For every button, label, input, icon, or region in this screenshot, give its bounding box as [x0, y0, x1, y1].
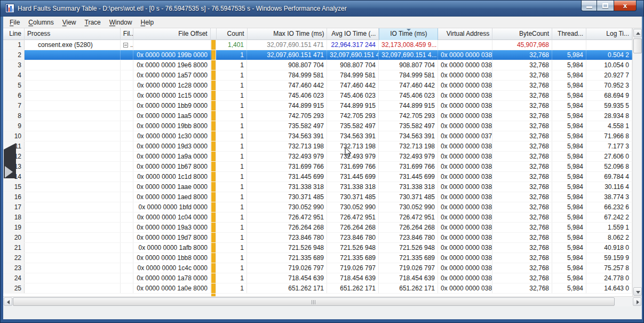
cell-bytes[interactable]: 32,768: [492, 273, 552, 283]
cell-thread[interactable]: 5,984: [552, 131, 586, 141]
cell-log[interactable]: 10.054 0: [586, 60, 632, 70]
cell-max[interactable]: 730.052 990: [247, 202, 327, 212]
cell-io[interactable]: 718.454 639: [379, 273, 438, 283]
cell-va[interactable]: 0x 0000 0000 0389 0000: [438, 263, 492, 273]
cell-bar[interactable]: [211, 202, 216, 212]
cell-offset[interactable]: 0x 0000 0000 1c28 0000: [133, 81, 211, 90]
cell-fil[interactable]: [121, 50, 133, 60]
cell-log[interactable]: 59.159 9: [586, 253, 632, 263]
cell-max[interactable]: 731.699 766: [247, 162, 327, 171]
cell-count[interactable]: 1: [216, 121, 247, 131]
cell-fil[interactable]: [121, 283, 133, 293]
cell-offset[interactable]: 0x 0000 0000 1c4c 0000: [133, 263, 211, 273]
cell-io[interactable]: 747.460 442: [379, 81, 438, 90]
cell-thread[interactable]: 5,984: [552, 192, 586, 202]
table-row[interactable]: 40x 0000 0000 1a57 00001784.999 581784.9…: [3, 70, 632, 81]
cell-log[interactable]: 30.116 4: [586, 182, 632, 192]
cell-va[interactable]: 0x 0000 0000 037d 0000: [438, 131, 492, 141]
cell-process[interactable]: [25, 141, 121, 151]
cell-line[interactable]: 16: [3, 192, 25, 202]
table-row[interactable]: 20x 0000 0000 199b 0000132,097,690.151 4…: [3, 50, 632, 60]
cell-log[interactable]: 69.784 4: [586, 172, 632, 182]
cell-bytes[interactable]: 32,768: [492, 283, 552, 293]
cell-va[interactable]: 0x 0000 0000 0386 0000: [438, 101, 492, 111]
cell-log[interactable]: 20.927 7: [586, 70, 632, 80]
cell-log[interactable]: 4.558 1: [586, 121, 632, 131]
table-row[interactable]: 100x 0000 0000 1c30 00001734.563 391734.…: [3, 131, 632, 141]
cell-max[interactable]: 745.406 023: [247, 91, 327, 100]
cell-thread[interactable]: 5,984: [552, 141, 586, 151]
cell-log[interactable]: 7.177 3: [586, 141, 632, 151]
cell-count[interactable]: 1: [216, 273, 247, 283]
cell-io[interactable]: 730.371 485: [379, 192, 438, 202]
table-row[interactable]: 70x 0000 0000 1bb9 00001744.899 915744.8…: [3, 101, 632, 111]
cell-thread[interactable]: 5,984: [552, 263, 586, 273]
cell-bar[interactable]: [211, 152, 216, 161]
cell-line[interactable]: 19: [3, 223, 25, 232]
cell-max[interactable]: 721.526 948: [247, 243, 327, 253]
cell-count[interactable]: 1: [216, 70, 247, 80]
cell-bytes[interactable]: 32,768: [492, 202, 552, 212]
cell-io[interactable]: 742.705 293: [379, 111, 438, 121]
cell-bytes[interactable]: 32,768: [492, 162, 552, 171]
cell-max[interactable]: 735.582 497: [247, 121, 327, 131]
column-header-bytes[interactable]: ByteCount: [492, 28, 552, 40]
cell-max[interactable]: 731.338 318: [247, 182, 327, 192]
cell-io[interactable]: 726.472 951: [379, 212, 438, 222]
cell-io[interactable]: 730.052 990: [379, 202, 438, 212]
cell-process[interactable]: [25, 263, 121, 273]
cell-count[interactable]: 1: [216, 162, 247, 171]
cell-log[interactable]: 38.774 3: [586, 192, 632, 202]
column-header-max[interactable]: Max IO Time (ms): [248, 28, 328, 40]
cell-count[interactable]: 1: [216, 253, 247, 263]
cell-max[interactable]: 747.460 442: [247, 81, 327, 90]
cell-bytes[interactable]: 32,768: [492, 172, 552, 182]
column-header-offset[interactable]: File Offset: [133, 28, 211, 40]
cell-log[interactable]: 66.232 6: [586, 202, 632, 212]
menu-trace[interactable]: Trace: [81, 17, 105, 28]
cell-count[interactable]: 1: [216, 101, 247, 111]
cell-process[interactable]: [25, 131, 121, 141]
cell-max[interactable]: 744.899 915: [247, 101, 327, 111]
column-header-thread[interactable]: Thread...: [552, 28, 586, 40]
cell-process[interactable]: [25, 152, 121, 161]
menu-view[interactable]: View: [58, 17, 81, 28]
cell-line[interactable]: 23: [3, 263, 25, 273]
cell-offset[interactable]: 0x 0000 0000 19d7 8000: [133, 233, 211, 242]
cell-thread[interactable]: 5,984: [552, 233, 586, 242]
table-row[interactable]: 130x 0000 0000 1b67 80001731.699 766731.…: [3, 162, 632, 172]
cell-avg[interactable]: 719.026 797: [327, 263, 379, 273]
cell-offset[interactable]: 0x 0000 0000 19bb 8000: [133, 121, 211, 131]
column-header-bar[interactable]: [211, 28, 217, 40]
cell-fil[interactable]: [121, 243, 133, 253]
cell-bar[interactable]: [211, 182, 216, 192]
cell-va[interactable]: 0x 0000 0000 038a 8000: [438, 192, 492, 202]
cell-line[interactable]: 17: [3, 202, 25, 212]
cell-process[interactable]: [25, 70, 121, 80]
cell-log[interactable]: 68.694 9: [586, 91, 632, 100]
table-row[interactable]: 210x 0000 0000 1afb 80001721.526 948721.…: [3, 243, 632, 253]
cell-bar[interactable]: [211, 192, 216, 202]
horizontal-scrollbar[interactable]: [3, 296, 642, 306]
cell-avg[interactable]: 723.846 780: [327, 233, 379, 242]
column-header-va[interactable]: Virtual Address: [438, 28, 492, 40]
cell-line[interactable]: 20: [3, 233, 25, 242]
cell-line[interactable]: 24: [3, 273, 25, 283]
column-header-avg[interactable]: Avg IO Time (...: [327, 28, 379, 40]
cell-avg[interactable]: 731.699 766: [327, 162, 379, 171]
cell-thread[interactable]: 5,984: [552, 91, 586, 100]
cell-fil[interactable]: [121, 172, 133, 182]
cell-bytes[interactable]: 32,768: [492, 263, 552, 273]
cell-avg[interactable]: 726.472 951: [327, 212, 379, 222]
cell-va[interactable]: 0x 0000 0000 038b 8000: [438, 283, 492, 293]
cell-max[interactable]: 730.371 485: [247, 192, 327, 202]
cell-va[interactable]: 0x 0000 0000 0385 0000: [438, 81, 492, 90]
cell-thread[interactable]: 5,984: [552, 111, 586, 121]
cell-line[interactable]: 3: [3, 60, 25, 70]
cell-offset[interactable]: 0x 0000 0000 1a57 0000: [133, 70, 211, 80]
cell-line[interactable]: 7: [3, 101, 25, 111]
cell-io[interactable]: 719.026 797: [379, 263, 438, 273]
cell-process[interactable]: [25, 253, 121, 263]
cell-thread[interactable]: [552, 40, 586, 50]
cell-va[interactable]: 0x 0000 0000 0380 0000: [438, 141, 492, 151]
